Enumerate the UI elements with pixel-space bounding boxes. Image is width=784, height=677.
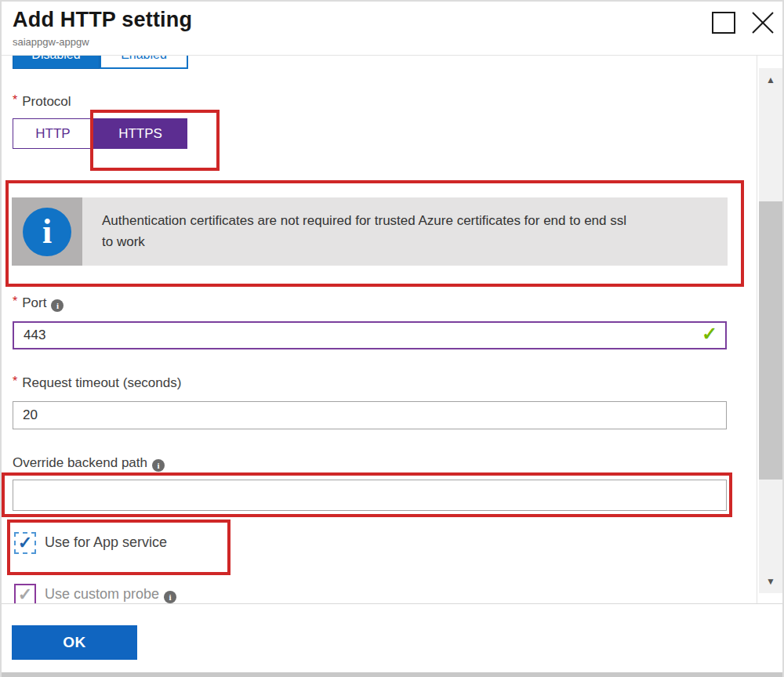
restore-window-icon[interactable] [712, 12, 735, 34]
close-icon[interactable] [750, 9, 776, 36]
override-info-icon[interactable]: i [152, 459, 165, 472]
dialog-subtitle: saiappgw-appgw [13, 36, 89, 48]
scrollbar-thumb[interactable] [759, 201, 782, 480]
toggle-enabled-button[interactable]: Enabled [100, 56, 188, 69]
required-asterisk: * [13, 93, 17, 107]
info-banner-text: Authentication certificates are not requ… [82, 197, 728, 266]
info-icon: i [23, 208, 71, 256]
request-timeout-input[interactable] [13, 401, 727, 429]
dialog-footer: OK [2, 603, 782, 672]
port-input[interactable] [13, 321, 727, 349]
scroll-up-arrow-icon[interactable]: ▲ [759, 71, 782, 89]
request-timeout-label: *Request timeout (seconds) [13, 375, 181, 391]
bottom-gray-strip [2, 672, 782, 677]
page-title: Add HTTP setting [13, 8, 192, 32]
add-http-setting-dialog: Add HTTP setting saiappgw-appgw Disabled… [0, 0, 784, 677]
form-content: Disabled Enabled *Protocol HTTP HTTPS i … [2, 56, 782, 603]
content-scrollbar-divider [757, 56, 757, 603]
protocol-selector: HTTP HTTPS [13, 118, 187, 149]
toggle-disabled-button[interactable]: Disabled [13, 56, 100, 69]
required-asterisk: * [13, 375, 17, 388]
cookie-affinity-toggle: Disabled Enabled [13, 56, 188, 70]
protocol-https-button[interactable]: HTTPS [93, 118, 187, 149]
vertical-scrollbar[interactable]: ▲ ▼ [759, 68, 782, 593]
custom-probe-info-icon[interactable]: i [164, 591, 176, 603]
use-for-app-service-checkbox[interactable]: ✓ [14, 532, 36, 554]
info-banner-icon-cell: i [12, 197, 82, 266]
use-custom-probe-label: Use custom probei [45, 586, 176, 603]
use-custom-probe-checkbox[interactable]: ✓ [14, 584, 36, 603]
port-info-icon[interactable]: i [51, 299, 64, 312]
valid-check-icon: ✓ [702, 323, 717, 345]
dialog-header: Add HTTP setting saiappgw-appgw [2, 2, 782, 56]
protocol-http-button[interactable]: HTTP [13, 118, 93, 149]
ok-button[interactable]: OK [12, 625, 137, 660]
required-asterisk: * [13, 295, 17, 308]
protocol-label: *Protocol [13, 93, 71, 110]
info-banner: i Authentication certificates are not re… [12, 197, 728, 266]
port-label: *Porti [13, 295, 64, 312]
use-for-app-service-label[interactable]: Use for App service [45, 534, 167, 551]
scroll-down-arrow-icon[interactable]: ▼ [759, 573, 782, 590]
override-backend-path-label: Override backend pathi [13, 455, 165, 472]
override-backend-path-input[interactable] [13, 480, 727, 511]
